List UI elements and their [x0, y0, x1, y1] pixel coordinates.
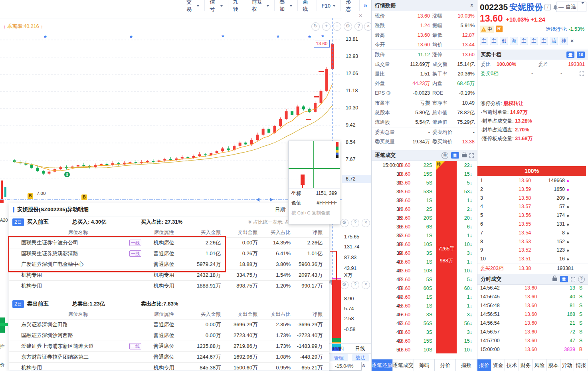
- tag-chip-主[interactable]: 主: [530, 37, 538, 45]
- tick-row[interactable]: 4413.601S1↓: [372, 293, 477, 302]
- gear-icon[interactable]: ⚙: [340, 281, 348, 289]
- toolbar-button-交易[interactable]: 交易: [182, 0, 205, 11]
- limit-reason[interactable]: 股权转让: [503, 101, 523, 106]
- strategy-button[interactable]: 战法: [352, 354, 369, 361]
- table-row[interactable]: 爱建证券上海浦东新区前滩大道一线普通席位1235.88万2719.86万1.73…: [9, 341, 329, 351]
- table-row[interactable]: 机构专用机构专用1888.91万898.75万1.20%990.17万: [9, 280, 329, 291]
- risk-badge[interactable]: ! 中: [480, 26, 494, 33]
- tick-row[interactable]: 4613.603S3↓: [372, 310, 477, 319]
- day-badge[interactable]: 2日: [12, 300, 24, 308]
- period-type-cell[interactable]: 日线: [349, 344, 371, 353]
- toolbar-button-信号[interactable]: 信号: [205, 0, 228, 11]
- tick-row[interactable]: 3413.602S2↓: [372, 205, 477, 214]
- time-sales-row[interactable]: 14:56:4513.6040S: [477, 292, 588, 301]
- tab-逐笔还原[interactable]: 逐笔还原: [372, 359, 393, 371]
- tab-筹码[interactable]: 筹码: [414, 359, 435, 371]
- tag-chip-创[interactable]: 创: [500, 37, 508, 45]
- time-sales-row[interactable]: 14:56:4813.6081S: [477, 301, 588, 310]
- table-row[interactable]: 国联民生证券宁波分公司一线机构席位2.26亿0.00万14.35%2.26亿: [9, 237, 329, 248]
- tick-row[interactable]: 4913.6015S15↓: [372, 337, 477, 345]
- tag-chip-主[interactable]: 主: [480, 37, 488, 45]
- time-sales-row[interactable]: 14:56:5113.60168S: [477, 310, 588, 319]
- order-book-row[interactable]: 413.5757: [477, 202, 588, 211]
- tab-情报[interactable]: 情报: [574, 359, 588, 371]
- toolbar-button-形态[interactable]: 形态: [341, 0, 360, 11]
- collapse-chevron-icon[interactable]: «: [471, 2, 474, 9]
- toolbar-button-九转[interactable]: 九转: [228, 0, 247, 11]
- tick-row[interactable]: 4713.6056S56↓: [372, 319, 477, 328]
- table-row[interactable]: 机构专用机构专用845.38万1500.60万0.95%-655.21万: [9, 362, 329, 371]
- toolbar-button-F10[interactable]: F10: [317, 0, 341, 11]
- tick-row[interactable]: 3913.603S3↓: [372, 249, 477, 258]
- margin-badge[interactable]: R: [496, 26, 503, 32]
- close-icon[interactable]: ×: [362, 219, 370, 227]
- tag-chip-主[interactable]: 主: [490, 37, 498, 45]
- tag-chip-海[interactable]: 海: [510, 37, 518, 45]
- tick-row[interactable]: 4513.601S1↓: [372, 302, 477, 310]
- order-book-row[interactable]: 313.58209: [477, 194, 588, 203]
- tick-row[interactable]: 3113.605S5↓: [372, 179, 477, 187]
- order-book-row[interactable]: 513.56174: [477, 211, 588, 220]
- help-icon[interactable]: ?: [351, 219, 359, 227]
- toolbar-button-前复权[interactable]: 前复权: [247, 0, 275, 11]
- time-sales-row[interactable]: 14:56:5413.6021S: [477, 319, 588, 327]
- order-book-row[interactable]: 713.548: [477, 229, 588, 238]
- fullscreen-icon[interactable]: [580, 71, 584, 76]
- order-circle-icon[interactable]: 单: [441, 152, 448, 159]
- order-book-row[interactable]: 213.591650: [477, 185, 588, 194]
- table-row[interactable]: 国联民生证券慈溪影清路一线普通席位1.01亿0.26万6.41%1.01亿: [9, 248, 329, 259]
- tick-row[interactable]: 3513.6020S20↓: [372, 214, 477, 222]
- tick-row[interactable]: 4113.6010S10↓: [372, 266, 477, 275]
- tick-row[interactable]: 3713.601S1↓: [372, 231, 477, 240]
- table-row[interactable]: 国融证券深圳沙河西路普通席位0.00万2723.40万1.73%-2723.40…: [9, 330, 329, 341]
- volume-badge-icon[interactable]: 量: [451, 152, 459, 159]
- tick-row[interactable]: 4013.601S1↓: [372, 258, 477, 266]
- chevron-down-icon[interactable]: [580, 4, 586, 10]
- tab-财务[interactable]: 财务: [519, 359, 533, 371]
- toolbar-button-叠加[interactable]: 叠加: [275, 0, 298, 11]
- tick-row[interactable]: 4813.603S3↓: [372, 328, 477, 337]
- lock-icon[interactable]: [462, 154, 467, 157]
- refresh-icon[interactable]: ↻: [311, 22, 320, 31]
- tab-技术[interactable]: 技术: [505, 359, 519, 371]
- tick-row[interactable]: 3613.606S6↓: [372, 222, 477, 231]
- stock-name[interactable]: 安妮股份: [509, 2, 543, 13]
- order-book-row[interactable]: 113.60149668: [477, 177, 588, 185]
- help-icon[interactable]: ?: [351, 281, 359, 289]
- table-row[interactable]: 广发证券深圳广电金融中心普通席位5979.24万18.88万3.80%5960.…: [9, 259, 329, 270]
- tab-股本[interactable]: 股本: [546, 359, 560, 371]
- volume-badge-icon[interactable]: 量: [560, 276, 568, 282]
- time-sales-row[interactable]: 14:56:5713.6072S: [477, 327, 588, 336]
- tab-逐笔成交[interactable]: 逐笔成交: [393, 359, 414, 371]
- fullscreen-icon[interactable]: [571, 277, 575, 282]
- day-badge[interactable]: 2日: [12, 218, 24, 226]
- tag-chip-主[interactable]: 主: [520, 37, 528, 45]
- help-icon[interactable]: ?: [578, 276, 585, 283]
- chevron-down-icon[interactable]: «: [570, 38, 573, 44]
- tab-报价[interactable]: 报价: [477, 359, 491, 371]
- close-icon[interactable]: ×: [362, 281, 370, 289]
- ten-level-badge-icon[interactable]: 10: [577, 52, 585, 58]
- toolbar-more-icon[interactable]: »: [360, 2, 371, 9]
- manage-button[interactable]: 管理: [330, 354, 348, 361]
- zoom-out-icon[interactable]: −: [333, 22, 341, 31]
- tick-row[interactable]: 4213.605S5↓: [372, 275, 477, 284]
- info-icon[interactable]: i: [544, 4, 551, 10]
- tick-row[interactable]: 3313.601S1↓: [372, 196, 477, 205]
- table-row[interactable]: 东兴证券深圳金田路普通席位0.00万3696.29万2.35%-3696.29万: [9, 319, 329, 330]
- tab-风险[interactable]: 风险: [533, 359, 547, 371]
- tag-chip-神[interactable]: 神: [560, 37, 568, 45]
- tab-指数[interactable]: 指数: [456, 359, 477, 371]
- table-row[interactable]: 机构专用机构专用2432.18万334.75万1.54%2097.43万: [9, 270, 329, 280]
- tick-row[interactable]: 3813.6010S10↓: [372, 240, 477, 249]
- gear-icon[interactable]: ⚙: [340, 219, 348, 227]
- tag-chip-流[interactable]: 流: [550, 37, 558, 45]
- collapse-chevron-icon[interactable]: «: [362, 362, 366, 369]
- time-sales-row[interactable]: 14:56:4213.6013S: [477, 284, 588, 292]
- tick-row[interactable]: 3213.6053S53↓: [372, 187, 477, 196]
- tick-row[interactable]: 3013.6015S15↓: [372, 170, 477, 179]
- zoom-in-icon[interactable]: +: [322, 22, 331, 31]
- order-book-row[interactable]: 913.52123: [477, 246, 588, 255]
- order-book-row[interactable]: 1013.5116: [477, 255, 588, 264]
- order-book-row[interactable]: 813.53152: [477, 238, 588, 246]
